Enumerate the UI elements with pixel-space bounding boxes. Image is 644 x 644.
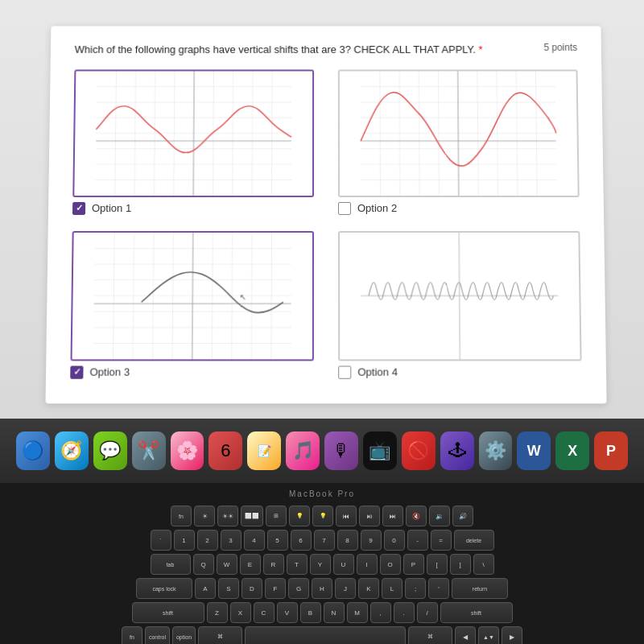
key-u[interactable]: U bbox=[333, 554, 354, 575]
key-f7[interactable]: ⏮ bbox=[336, 506, 357, 526]
key-slash[interactable]: / bbox=[417, 602, 438, 623]
key-2[interactable]: 2 bbox=[197, 530, 218, 551]
key-apostrophe[interactable]: ' bbox=[428, 578, 449, 599]
key-f11[interactable]: 🔉 bbox=[429, 506, 450, 526]
key-shift-r[interactable]: shift bbox=[440, 602, 513, 623]
key-equals[interactable]: = bbox=[431, 530, 452, 551]
key-m[interactable]: M bbox=[347, 602, 368, 623]
key-bracket-r[interactable]: ] bbox=[450, 554, 471, 575]
key-b[interactable]: B bbox=[300, 602, 321, 623]
key-3[interactable]: 3 bbox=[221, 530, 242, 551]
key-bracket-l[interactable]: [ bbox=[427, 554, 448, 575]
key-shift-l[interactable]: shift bbox=[132, 602, 204, 623]
dock-calendar[interactable]: 6 bbox=[208, 431, 242, 470]
key-l[interactable]: L bbox=[382, 578, 402, 599]
option-1-graph[interactable] bbox=[72, 69, 314, 197]
key-backslash[interactable]: \ bbox=[473, 554, 494, 575]
key-right[interactable]: ▶ bbox=[502, 626, 522, 644]
dock-music[interactable]: 🎵 bbox=[286, 431, 320, 470]
key-fn[interactable]: fn bbox=[171, 506, 192, 526]
key-5[interactable]: 5 bbox=[267, 530, 288, 551]
key-return[interactable]: return bbox=[452, 578, 508, 599]
dock-excel[interactable]: X bbox=[555, 431, 589, 470]
dock-photos[interactable]: 🌸 bbox=[171, 431, 204, 470]
key-1[interactable]: 1 bbox=[174, 530, 195, 551]
option-2-label-row[interactable]: Option 2 bbox=[338, 202, 580, 215]
key-capslock[interactable]: caps lock bbox=[136, 578, 192, 599]
option-3-label-row[interactable]: Option 3 bbox=[70, 365, 314, 378]
key-f10[interactable]: 🔇 bbox=[406, 506, 427, 526]
key-f12[interactable]: 🔊 bbox=[452, 506, 473, 526]
key-o[interactable]: O bbox=[380, 554, 401, 575]
key-8[interactable]: 8 bbox=[337, 530, 358, 551]
option-4-checkbox[interactable] bbox=[338, 365, 351, 378]
key-0[interactable]: 0 bbox=[384, 530, 405, 551]
key-q[interactable]: Q bbox=[193, 554, 214, 575]
key-y[interactable]: Y bbox=[310, 554, 331, 575]
key-cmd-r[interactable]: ⌘ bbox=[408, 626, 452, 644]
dock-settings[interactable]: ⚙️ bbox=[479, 431, 513, 470]
option-2-graph[interactable] bbox=[338, 69, 580, 197]
key-f6[interactable]: 💡 bbox=[312, 506, 333, 526]
key-a[interactable]: A bbox=[195, 578, 216, 599]
key-backtick[interactable]: ` bbox=[151, 530, 171, 551]
dock-tv[interactable]: 📺 bbox=[363, 431, 397, 470]
key-g[interactable]: G bbox=[288, 578, 309, 599]
option-4-graph[interactable] bbox=[338, 231, 582, 361]
key-7[interactable]: 7 bbox=[314, 530, 335, 551]
key-n[interactable]: N bbox=[324, 602, 345, 623]
key-k[interactable]: K bbox=[358, 578, 379, 599]
key-fn2[interactable]: fn bbox=[122, 626, 142, 644]
key-s[interactable]: S bbox=[218, 578, 239, 599]
key-p[interactable]: P bbox=[403, 554, 424, 575]
key-w[interactable]: W bbox=[217, 554, 237, 575]
key-t[interactable]: T bbox=[287, 554, 308, 575]
key-z[interactable]: Z bbox=[207, 602, 228, 623]
dock-powerpoint[interactable]: P bbox=[594, 431, 628, 470]
key-i[interactable]: I bbox=[357, 554, 378, 575]
key-f4[interactable]: ⊞ bbox=[266, 506, 287, 526]
option-1-checkbox[interactable] bbox=[72, 202, 85, 215]
key-f9[interactable]: ⏭ bbox=[382, 506, 403, 526]
option-1-label-row[interactable]: Option 1 bbox=[72, 202, 314, 215]
key-j[interactable]: J bbox=[335, 578, 356, 599]
option-2-checkbox[interactable] bbox=[338, 202, 351, 215]
option-3-graph[interactable]: ↖ bbox=[71, 231, 314, 361]
key-h[interactable]: H bbox=[312, 578, 332, 599]
key-delete[interactable]: delete bbox=[454, 530, 494, 551]
key-cmd-l[interactable]: ⌘ bbox=[198, 626, 242, 644]
dock-scissors[interactable]: ✂️ bbox=[132, 431, 166, 470]
dock-messages[interactable]: 💬 bbox=[93, 431, 127, 470]
key-semicolon[interactable]: ; bbox=[405, 578, 426, 599]
dock-finder[interactable]: 🔵 bbox=[16, 431, 50, 470]
key-comma[interactable]: , bbox=[370, 602, 391, 623]
dock-word[interactable]: W bbox=[517, 431, 551, 470]
key-f1[interactable]: ☀ bbox=[194, 506, 215, 526]
dock-stop[interactable]: 🚫 bbox=[402, 431, 436, 470]
key-6[interactable]: 6 bbox=[291, 530, 312, 551]
key-f2[interactable]: ☀☀ bbox=[217, 506, 238, 526]
dock-compass[interactable]: 🧭 bbox=[55, 431, 89, 470]
key-4[interactable]: 4 bbox=[244, 530, 265, 551]
key-ctrl[interactable]: control bbox=[145, 626, 170, 644]
key-space[interactable] bbox=[245, 626, 406, 644]
key-f5[interactable]: 💡 bbox=[289, 506, 310, 526]
key-period[interactable]: . bbox=[394, 602, 415, 623]
key-f3[interactable]: ⬜⬜ bbox=[241, 506, 263, 526]
key-tab[interactable]: tab bbox=[151, 554, 191, 575]
dock-arcade[interactable]: 🕹 bbox=[440, 431, 474, 470]
key-c[interactable]: C bbox=[254, 602, 275, 623]
option-4-label-row[interactable]: Option 4 bbox=[338, 365, 582, 378]
key-v[interactable]: V bbox=[277, 602, 298, 623]
key-9[interactable]: 9 bbox=[361, 530, 382, 551]
dock-notes[interactable]: 📝 bbox=[247, 431, 281, 470]
key-d[interactable]: D bbox=[242, 578, 262, 599]
option-3-checkbox[interactable] bbox=[70, 365, 83, 378]
key-x[interactable]: X bbox=[230, 602, 251, 623]
key-option[interactable]: option bbox=[172, 626, 196, 644]
key-f[interactable]: F bbox=[265, 578, 286, 599]
dock-podcasts[interactable]: 🎙 bbox=[324, 431, 358, 470]
key-e[interactable]: E bbox=[240, 554, 261, 575]
key-up-down[interactable]: ▲▼ bbox=[478, 626, 499, 644]
key-f8[interactable]: ⏯ bbox=[359, 506, 380, 526]
